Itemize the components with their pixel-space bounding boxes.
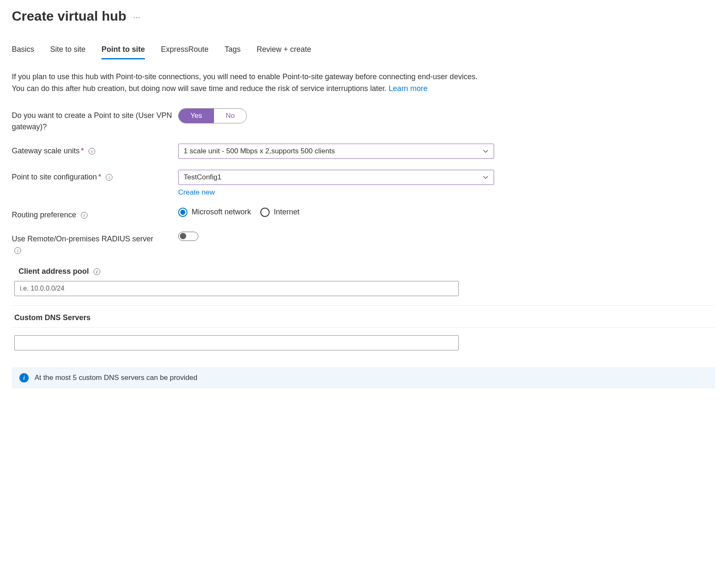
tab-tags[interactable]: Tags: [225, 45, 241, 59]
p2s-toggle[interactable]: Yes No: [178, 108, 247, 123]
gateway-scale-value: 1 scale unit - 500 Mbps x 2,supports 500…: [184, 147, 335, 155]
routing-pref-microsoft[interactable]: Microsoft network: [178, 208, 251, 217]
tabs-bar: Basics Site to site Point to site Expres…: [12, 45, 715, 59]
routing-pref-internet-label: Internet: [274, 208, 299, 216]
routing-pref-radio-group: Microsoft network Internet: [178, 208, 494, 217]
p2s-config-label: Point to site configuration* i: [12, 170, 178, 183]
page-title: Create virtual hub: [12, 8, 126, 24]
dns-info-text: At the most 5 custom DNS servers can be …: [35, 374, 197, 382]
learn-more-link[interactable]: Learn more: [389, 84, 428, 93]
client-pool-input[interactable]: [14, 281, 459, 296]
tab-site-to-site[interactable]: Site to site: [50, 45, 86, 59]
tab-review-create[interactable]: Review + create: [257, 45, 311, 59]
info-icon: i: [19, 373, 29, 382]
required-asterisk: *: [98, 173, 101, 181]
dns-heading: Custom DNS Servers: [14, 313, 715, 322]
create-new-link[interactable]: Create new: [178, 188, 215, 197]
gateway-scale-dropdown[interactable]: 1 scale unit - 500 Mbps x 2,supports 500…: [178, 144, 494, 159]
radius-switch[interactable]: [178, 232, 198, 241]
info-icon[interactable]: i: [14, 247, 21, 254]
dns-input[interactable]: [14, 335, 459, 350]
more-options-icon[interactable]: ···: [133, 13, 141, 22]
p2s-config-value: TestConfig1: [184, 173, 222, 182]
switch-knob: [180, 233, 186, 239]
divider: [12, 327, 715, 328]
info-icon[interactable]: i: [81, 212, 88, 219]
radio-icon: [260, 208, 270, 217]
client-pool-heading: Client address pool i: [14, 267, 715, 276]
p2s-question-label: Do you want to create a Point to site (U…: [12, 108, 178, 133]
info-icon[interactable]: i: [94, 268, 100, 275]
p2s-toggle-yes[interactable]: Yes: [179, 109, 214, 123]
divider: [12, 305, 715, 306]
routing-pref-label: Routing preference i: [12, 208, 178, 221]
chevron-down-icon: [483, 148, 489, 154]
dns-info-banner: i At the most 5 custom DNS servers can b…: [12, 367, 715, 388]
info-icon[interactable]: i: [88, 148, 95, 155]
chevron-down-icon: [483, 174, 489, 180]
info-icon[interactable]: i: [106, 174, 112, 181]
tab-point-to-site[interactable]: Point to site: [102, 45, 145, 59]
routing-pref-internet[interactable]: Internet: [260, 208, 299, 217]
gateway-scale-label: Gateway scale units* i: [12, 144, 178, 157]
tab-expressroute[interactable]: ExpressRoute: [161, 45, 208, 59]
tab-basics[interactable]: Basics: [12, 45, 34, 59]
description-text: If you plan to use this hub with Point-t…: [12, 71, 492, 95]
required-asterisk: *: [81, 147, 84, 155]
radio-icon: [178, 208, 187, 217]
radius-label: Use Remote/On-premises RADIUS server i: [12, 232, 178, 256]
p2s-config-dropdown[interactable]: TestConfig1: [178, 170, 494, 185]
p2s-toggle-no[interactable]: No: [214, 109, 247, 123]
routing-pref-ms-label: Microsoft network: [192, 208, 251, 216]
